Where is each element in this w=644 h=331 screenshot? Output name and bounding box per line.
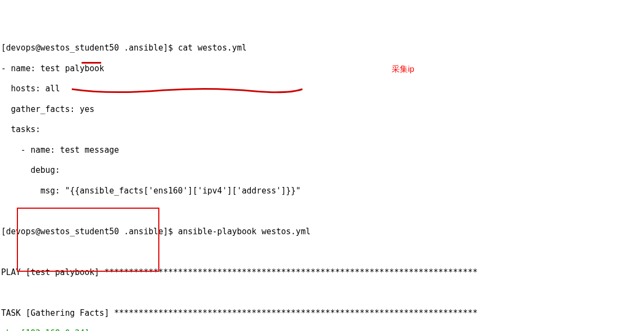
blank-line	[1, 288, 643, 298]
yaml-line: tasks:	[1, 124, 643, 135]
prompt-line-2: [devops@westos_student50 .ansible]$ ansi…	[1, 227, 643, 237]
highlight-box-icon	[17, 208, 159, 272]
annotation-label: 采集ip	[392, 64, 414, 74]
task-gather-header: TASK [Gathering Facts] *****************…	[1, 308, 643, 318]
blank-line	[1, 206, 643, 216]
prompt-line-1: [devops@westos_student50 .ansible]$ cat …	[1, 43, 643, 53]
yaml-line: - name: test palybook	[1, 64, 643, 74]
blank-line	[1, 247, 643, 257]
underline-yes-icon	[82, 62, 101, 64]
yaml-line: hosts: all	[1, 84, 643, 94]
yaml-line: gather_facts: yes	[1, 104, 643, 115]
play-header: PLAY [test palybook] *******************…	[1, 267, 643, 278]
ok-host-1: ok: [192.168.0.24]	[1, 328, 643, 331]
yaml-line: msg: "{{ansible_facts['ens160']['ipv4'][…	[1, 186, 643, 196]
yaml-line: - name: test message	[1, 145, 643, 155]
yaml-line: debug:	[1, 165, 643, 176]
